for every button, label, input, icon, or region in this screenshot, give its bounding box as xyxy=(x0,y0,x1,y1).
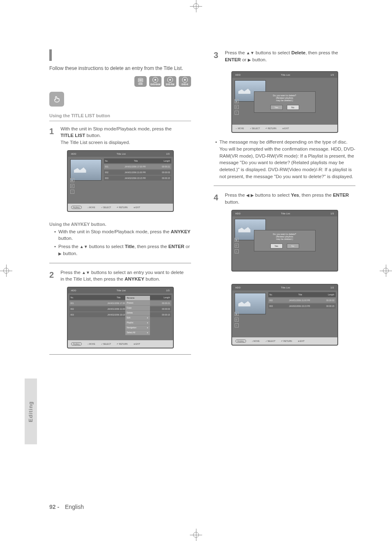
column-left: Follow these instructions to delete an e… xyxy=(49,49,191,360)
intro-text: Follow these instructions to delete an e… xyxy=(49,65,191,72)
using-title-list-button-label: Using the TITLE LIST button xyxy=(49,113,191,118)
osd-screenshot-confirm-dialog: HDDTitle List1/3 ▦⏱i Do you want to dele… xyxy=(231,71,338,133)
step-body: Press the ▲▼ buttons to select an entry … xyxy=(60,269,184,283)
hand-icon xyxy=(49,92,64,107)
disc-icon-hdd: HDD xyxy=(134,76,147,87)
step-4: 4 Press the ◀ ▶ buttons to select Yes, t… xyxy=(214,192,355,205)
disc-label: DVD-RW xyxy=(166,83,174,86)
divider xyxy=(49,354,191,355)
page-language: English xyxy=(65,504,84,510)
popup-menu: Rename Protect Copy Delete Edit▸ Playlis… xyxy=(125,296,150,335)
anykey-bullets: With the unit in Stop mode/Playback mode… xyxy=(49,228,191,257)
osd-screenshot-confirm-yes: HDDTitle List1/3 ▦⏱i Do you want to dele… xyxy=(231,210,338,272)
section-title xyxy=(49,49,191,61)
crop-mark-bottom xyxy=(190,529,202,541)
note-text: The message may be different depending o… xyxy=(215,139,355,180)
dialog-yes-button: Yes xyxy=(270,105,283,110)
disc-icon-dvdram: DVD-RAM xyxy=(149,76,161,87)
step-3: 3 Press the ▲▼ buttons to select Delete,… xyxy=(214,49,355,63)
disc-label: DVD-RAM xyxy=(150,83,160,86)
disc-icon-dvdr: DVD-R xyxy=(179,76,191,87)
page: Editing Follow these instructions to del… xyxy=(21,25,371,518)
osd-screenshot-title-list: HDDTitle List1/3 ▦⏱i No.TitleLength 001J… xyxy=(67,150,174,212)
step-1: 1 With the unit in Stop mode/Playback mo… xyxy=(49,125,191,146)
disc-label: HDD xyxy=(138,83,143,85)
disc-icons-row: HDD DVD-RAM DVD-RW DVD-R xyxy=(49,76,191,87)
page-footer: 92 - English xyxy=(49,504,84,510)
step-body: Press the ◀ ▶ buttons to select Yes, the… xyxy=(225,192,352,205)
side-tab-label: Editing xyxy=(28,401,34,422)
dialog-no-button: No xyxy=(287,105,299,110)
step-body: With the unit in Stop mode/Playback mode… xyxy=(60,125,184,146)
step-number: 3 xyxy=(214,49,224,61)
note-block: The message may be different depending o… xyxy=(214,139,355,180)
step-number: 4 xyxy=(214,192,224,204)
divider xyxy=(49,263,191,263)
confirm-dialog: Do you want to delete? (Related playlist… xyxy=(254,91,316,113)
side-tab-editing: Editing xyxy=(25,378,37,444)
info-icons: ▦⏱i xyxy=(70,178,74,194)
step-body: Press the ▲▼ buttons to select Delete, t… xyxy=(225,49,352,63)
title-list: No.TitleLength 001JAN/01/2006 17:30 PR00… xyxy=(104,157,173,202)
divider xyxy=(214,186,355,186)
disc-icon-dvdrw: DVD-RW xyxy=(164,76,176,87)
dialog-message: Do you want to delete? (Related playlist… xyxy=(257,233,313,240)
title-bar-accent xyxy=(49,49,52,61)
dialog-no-button: No xyxy=(287,244,299,248)
dialog-yes-button: Yes xyxy=(270,244,283,248)
dialog-message: Do you want to delete? (Related playlist… xyxy=(257,94,313,102)
osd-screenshot-after-delete: HDDTitle List1/2 ▦⏱i No.TitleLength 002J… xyxy=(231,284,338,346)
crop-mark-left xyxy=(0,265,12,277)
step-2: 2 Press the ▲▼ buttons to select an entr… xyxy=(49,269,191,283)
step-number: 2 xyxy=(49,269,59,281)
osd-screenshot-anykey-menu: HDDTitle List1/3 No.TitleLength 001JAN/0… xyxy=(67,287,174,348)
column-right: 3 Press the ▲▼ buttons to select Delete,… xyxy=(214,49,355,351)
bullet-2: Press the ▲▼ buttons to select Title, th… xyxy=(54,243,191,257)
using-anykey-label: Using the ANYKEY button. xyxy=(49,222,191,227)
title-list: No.TitleLength 001JAN/01/2006 17:30 PR00… xyxy=(68,293,173,339)
crop-mark-right xyxy=(380,265,392,277)
disc-label: DVD-R xyxy=(182,83,188,86)
confirm-dialog: Do you want to delete? (Related playlist… xyxy=(254,230,316,251)
divider xyxy=(49,121,191,121)
thumbnail xyxy=(70,159,101,181)
step-number: 1 xyxy=(49,125,59,137)
page-number: 92 - xyxy=(49,504,59,510)
crop-mark-top xyxy=(190,0,202,12)
bullet-1: With the unit in Stop mode/Playback mode… xyxy=(54,228,191,242)
